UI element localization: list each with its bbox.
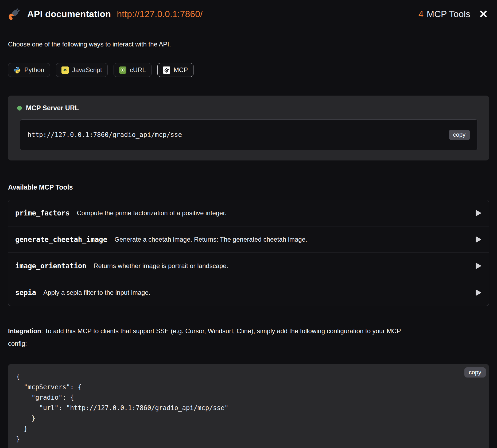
server-url-title-row: MCP Server URL: [17, 104, 478, 112]
tool-row-generate-cheetah-image[interactable]: generate_cheetah_image Generate a cheeta…: [8, 226, 489, 253]
tool-row-sepia[interactable]: sepia Apply a sepia filter to the input …: [8, 279, 489, 306]
api-docs-main: Choose one of the following ways to inte…: [0, 41, 497, 448]
tool-description: Returns whether image is portrait or lan…: [94, 262, 228, 270]
tab-python-label: Python: [24, 66, 44, 74]
gradio-plug-icon: [9, 7, 20, 20]
integration-label: Integration: [8, 327, 41, 335]
mcp-icon: [163, 66, 170, 74]
copy-config-button[interactable]: copy: [464, 367, 486, 378]
tool-name: sepia: [15, 289, 36, 297]
mcp-config-codeblock: copy { "mcpServers": { "gradio": { "url"…: [8, 364, 489, 448]
tool-row-prime-factors[interactable]: prime_factors Compute the prime factoriz…: [8, 200, 489, 226]
close-button[interactable]: [478, 9, 488, 19]
header: API documentation http://127.0.0.1:7860/…: [0, 0, 497, 28]
integration-note: Integration: To add this MCP to clients …: [8, 325, 411, 350]
python-icon: [14, 66, 21, 74]
mcp-tools-count-link[interactable]: 4 MCP Tools: [418, 9, 470, 19]
tools-count: 4: [418, 9, 424, 19]
status-dot-icon: [17, 106, 22, 111]
page-title: API documentation: [27, 9, 111, 19]
tab-javascript-label: JavaScript: [72, 66, 102, 74]
available-tools-heading: Available MCP Tools: [8, 183, 489, 191]
config-json: { "mcpServers": { "gradio": { "url": "ht…: [16, 372, 481, 445]
tab-curl-label: cURL: [130, 66, 146, 74]
language-tabs: Python JS JavaScript cURL: [8, 63, 489, 77]
run-tool-icon[interactable]: [474, 289, 482, 297]
javascript-icon: JS: [61, 66, 69, 74]
tool-name: prime_factors: [15, 209, 70, 217]
tool-name: image_orientation: [15, 262, 86, 270]
tools-count-label: MCP Tools: [427, 9, 470, 19]
tool-row-image-orientation[interactable]: image_orientation Returns whether image …: [8, 253, 489, 279]
tab-mcp-label: MCP: [174, 66, 188, 74]
tool-description: Compute the prime factorization of a pos…: [77, 209, 227, 217]
intro-text: Choose one of the following ways to inte…: [8, 41, 489, 48]
copy-url-button[interactable]: copy: [449, 130, 470, 140]
tab-curl[interactable]: cURL: [114, 63, 152, 77]
tool-description: Apply a sepia filter to the input image.: [43, 289, 150, 296]
server-url-codebox: http://127.0.0.1:7860/gradio_api/mcp/sse…: [20, 119, 478, 150]
mcp-tools-table: prime_factors Compute the prime factoriz…: [8, 200, 489, 306]
tab-python[interactable]: Python: [8, 63, 50, 77]
tab-mcp[interactable]: MCP: [157, 63, 193, 77]
app-url-link[interactable]: http://127.0.0.1:7860/: [117, 9, 203, 19]
tool-name: generate_cheetah_image: [15, 235, 107, 243]
tool-description: Generate a cheetah image. Returns: The g…: [114, 236, 307, 243]
mcp-server-url-panel: MCP Server URL http://127.0.0.1:7860/gra…: [8, 96, 489, 160]
curl-icon: [119, 66, 126, 74]
server-url-value: http://127.0.0.1:7860/gradio_api/mcp/sse: [28, 131, 182, 139]
tab-javascript[interactable]: JS JavaScript: [56, 63, 108, 77]
close-icon: [479, 10, 488, 18]
run-tool-icon[interactable]: [474, 209, 482, 217]
run-tool-icon[interactable]: [474, 235, 482, 243]
integration-text: : To add this MCP to clients that suppor…: [8, 327, 401, 347]
server-url-title: MCP Server URL: [26, 104, 79, 112]
run-tool-icon[interactable]: [474, 262, 482, 270]
